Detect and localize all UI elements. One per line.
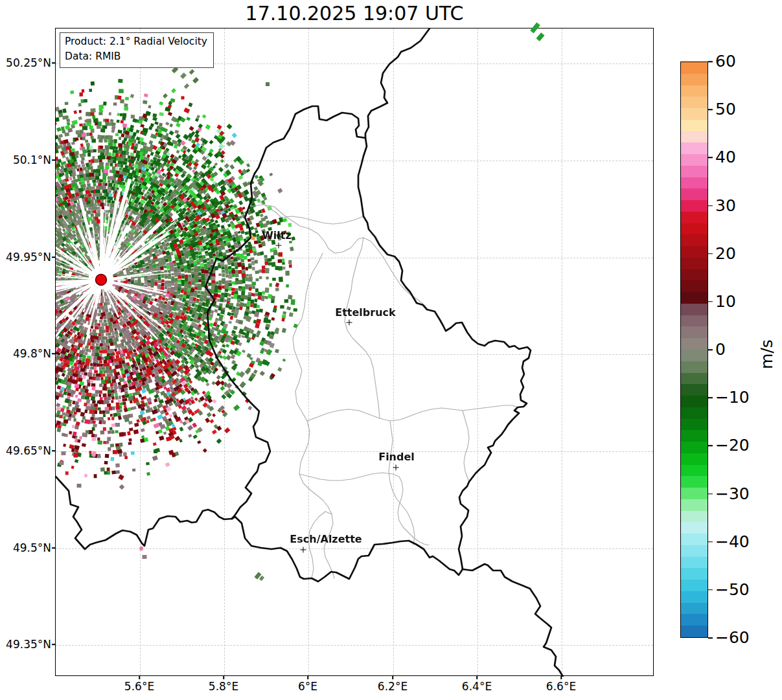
colorbar-band (681, 373, 707, 385)
country-border (56, 477, 232, 549)
colorbar-tick-mark (708, 493, 713, 495)
city-label-wiltz: Wiltz (262, 229, 292, 242)
colorbar-band (681, 315, 707, 327)
colorbar-unit-label: m/s (757, 339, 776, 369)
colorbar-tick-label: 50 (715, 100, 736, 119)
colorbar-tick-mark (708, 589, 713, 591)
colorbar-tick-mark (708, 109, 713, 110)
colorbar-band (681, 568, 707, 580)
city-marker-icon (276, 243, 282, 249)
lon-tick-label: 6.6°E (546, 680, 576, 693)
colorbar-tick-mark (708, 446, 713, 447)
colorbar-band (681, 280, 707, 292)
colorbar-tick-label: 20 (715, 244, 736, 263)
lat-tick-mark (52, 353, 55, 354)
colorbar-band (681, 292, 707, 304)
colorbar-band (681, 453, 707, 465)
lon-tick-label: 6.4°E (462, 680, 492, 693)
colorbar-tick-mark (708, 205, 713, 207)
colorbar-band (681, 234, 707, 246)
map-plot: WiltzEttelbruckFindelEsch/Alzette Produc… (55, 28, 654, 676)
colorbar-tick-label: −50 (715, 580, 750, 599)
lat-tick-mark (52, 644, 55, 645)
lat-tick-label: 49.8°N (0, 347, 51, 360)
colorbar-tick-mark (708, 61, 713, 62)
colorbar-band (681, 580, 707, 591)
colorbar-tick-label: −60 (715, 628, 750, 647)
city-marker-icon (347, 320, 352, 326)
colorbar-tick-label: −10 (715, 388, 750, 407)
lon-tick-label: 6°E (298, 680, 317, 693)
country-border (255, 106, 365, 174)
lat-tick-label: 49.65°N (0, 444, 51, 457)
colorbar-tick-label: −40 (715, 532, 750, 551)
region-border (255, 198, 363, 224)
lat-tick-mark (52, 62, 55, 63)
colorbar-band (681, 499, 707, 511)
colorbar-band (681, 154, 707, 166)
colorbar-tick-label: 30 (715, 196, 736, 214)
city-marker-icon (393, 465, 399, 471)
lat-tick-label: 50.1°N (0, 153, 51, 166)
colorbar-band (681, 557, 707, 569)
colorbar-band (681, 96, 707, 108)
colorbar-band (681, 407, 707, 419)
colorbar-tick-label: 60 (715, 52, 736, 71)
colorbar-band (681, 188, 707, 200)
colorbar-tick-label: −20 (715, 436, 750, 455)
colorbar-band (681, 74, 707, 85)
radar-echo-outlier (140, 547, 143, 550)
country-border (205, 174, 270, 519)
colorbar-tick-mark (708, 637, 713, 638)
colorbar-band (681, 430, 707, 442)
colorbar-tick-mark (708, 253, 713, 254)
radar-echo-outlier (279, 253, 282, 257)
colorbar-band (681, 338, 707, 350)
colorbar-band (681, 545, 707, 557)
radar-map-figure: 17.10.2025 19:07 UTC WiltzEttelbruckFind… (0, 0, 782, 700)
colorbar-tick-label: 40 (715, 148, 736, 166)
colorbar-band (681, 166, 707, 177)
region-border (463, 411, 469, 482)
city-label-findel: Findel (378, 451, 415, 463)
info-data-source: Data: RMIB (65, 49, 207, 64)
country-border (232, 517, 463, 581)
colorbar-band (681, 108, 707, 120)
lat-tick-label: 50.25°N (0, 56, 51, 69)
region-border (345, 238, 380, 418)
city-marker-icon (301, 547, 306, 553)
radar-echo-outlier (77, 484, 82, 488)
city-label-eschalzette: Esch/Alzette (290, 533, 362, 545)
colorbar-band (681, 246, 707, 258)
map-borders (56, 28, 654, 677)
colorbar-band (681, 534, 707, 545)
colorbar-band (681, 511, 707, 523)
info-box: Product: 2.1° Radial Velocity Data: RMIB (60, 32, 214, 68)
country-border (463, 564, 563, 677)
region-border (251, 205, 423, 304)
colorbar-band (681, 465, 707, 477)
colorbar-band (681, 591, 707, 603)
colorbar-band (681, 85, 707, 97)
radar-echo-outlier (60, 461, 64, 465)
city-label-ettelbruck: Ettelbruck (335, 306, 395, 319)
colorbar-band (681, 488, 707, 499)
lat-tick-label: 49.5°N (0, 541, 51, 554)
lat-tick-label: 49.35°N (0, 638, 51, 651)
colorbar-band (681, 442, 707, 453)
colorbar-band (681, 361, 707, 373)
colorbar-tick-label: 10 (715, 292, 736, 311)
colorbar-band (681, 626, 707, 637)
region-border (307, 405, 518, 421)
colorbar-band (681, 476, 707, 488)
colorbar-band (681, 304, 707, 315)
radar-echo-outlier (74, 453, 78, 458)
colorbar-band (681, 177, 707, 189)
colorbar-tick-label: 0 (715, 340, 726, 359)
page-title: 17.10.2025 19:07 UTC (55, 2, 654, 25)
colorbar-tick-mark (708, 349, 713, 350)
lat-tick-label: 49.95°N (0, 251, 51, 264)
radar-echo-outlier (266, 82, 270, 86)
region-border (308, 512, 332, 578)
colorbar-band (681, 131, 707, 143)
